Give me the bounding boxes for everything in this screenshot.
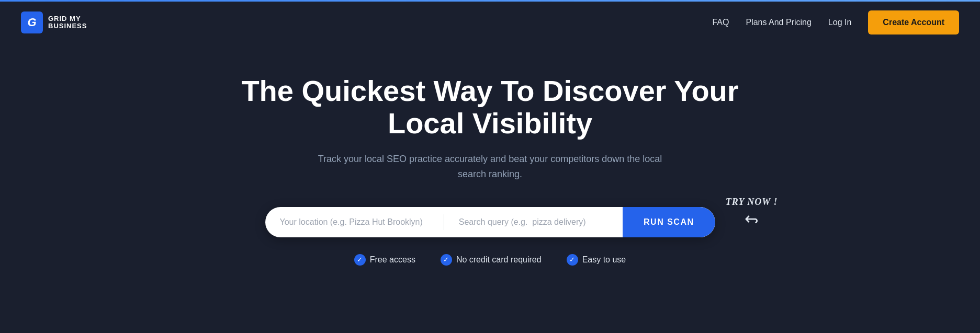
logo-text-top: GRID MY — [48, 15, 87, 22]
logo-text-bottom: BUSINESS — [48, 22, 87, 30]
check-icon-free: ✓ — [354, 254, 366, 266]
hero-section: The Quickest Way To Discover Your Local … — [0, 43, 980, 286]
nav-plans[interactable]: Plans And Pricing — [746, 18, 811, 27]
check-icon-easy: ✓ — [567, 254, 578, 266]
nav: FAQ Plans And Pricing Log In Create Acco… — [712, 10, 959, 35]
check-icon-credit: ✓ — [441, 254, 452, 266]
feature-no-credit-card-label: No credit card required — [456, 255, 542, 265]
try-now-text: TRY NOW ! — [726, 197, 778, 207]
logo-text: GRID MY BUSINESS — [48, 15, 87, 30]
feature-free-access-label: Free access — [370, 255, 415, 265]
create-account-button[interactable]: Create Account — [868, 10, 959, 35]
nav-faq[interactable]: FAQ — [712, 18, 729, 27]
search-bar: RUN SCAN — [265, 207, 715, 237]
try-now-arrow: ↩ — [726, 210, 778, 229]
hero-title: The Quickest Way To Discover Your Local … — [202, 75, 778, 139]
header: G GRID MY BUSINESS FAQ Plans And Pricing… — [0, 2, 980, 43]
search-wrapper: RUN SCAN TRY NOW ! ↩ — [265, 207, 715, 237]
query-input[interactable] — [444, 207, 623, 237]
feature-free-access: ✓ Free access — [354, 254, 415, 266]
feature-no-credit-card: ✓ No credit card required — [441, 254, 542, 266]
nav-login[interactable]: Log In — [828, 18, 851, 27]
hero-subtitle: Track your local SEO practice accurately… — [307, 152, 673, 182]
feature-easy-to-use: ✓ Easy to use — [567, 254, 626, 266]
feature-easy-to-use-label: Easy to use — [582, 255, 626, 265]
run-scan-button[interactable]: RUN SCAN — [623, 207, 715, 237]
logo-icon: G — [21, 12, 43, 33]
try-now-annotation: TRY NOW ! ↩ — [726, 197, 778, 229]
features-row: ✓ Free access ✓ No credit card required … — [354, 254, 626, 266]
location-input[interactable] — [265, 207, 444, 237]
logo[interactable]: G GRID MY BUSINESS — [21, 12, 87, 33]
